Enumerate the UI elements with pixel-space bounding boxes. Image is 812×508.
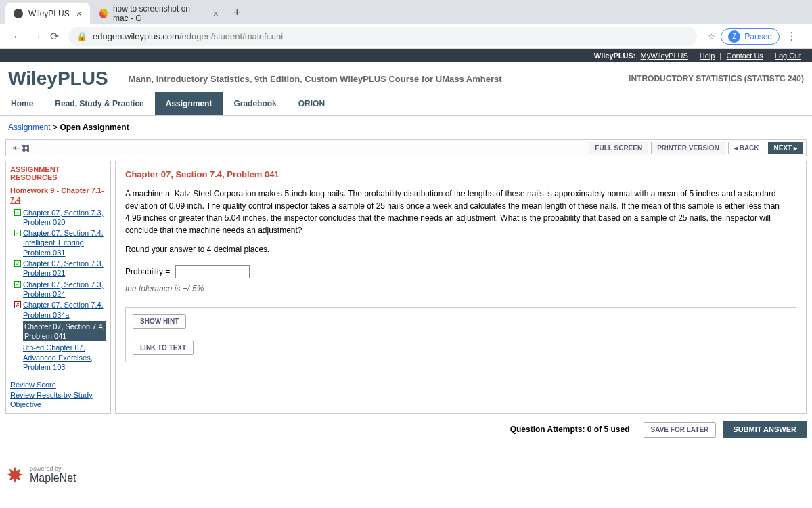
resource-item-current: Chapter 07, Section 7.4, Problem 041 — [14, 321, 106, 342]
resource-link[interactable]: Chapter 07, Section 7.3, Problem 024 — [23, 280, 106, 299]
nav-home[interactable]: Home — [0, 92, 44, 115]
probability-input[interactable] — [175, 265, 250, 278]
profile-badge[interactable]: Z Paused — [721, 28, 780, 45]
maple-leaf-icon — [5, 465, 24, 484]
nav-read[interactable]: Read, Study & Practice — [44, 92, 154, 115]
link-to-text-button[interactable]: LINK TO TEXT — [133, 341, 194, 355]
breadcrumb-link[interactable]: Assignment — [8, 123, 51, 132]
breadcrumb-current: Open Assignment — [60, 123, 129, 132]
attempts-label: Question Attempts: 0 of 5 used — [510, 425, 630, 434]
close-icon[interactable]: × — [76, 8, 82, 19]
bookmark-icon[interactable]: ☆ — [708, 32, 715, 41]
check-icon: ✓ — [14, 260, 21, 267]
menu-icon[interactable]: ⋮ — [786, 30, 797, 43]
problem-title: Chapter 07, Section 7.4, Problem 041 — [125, 169, 796, 179]
nav-assignment[interactable]: Assignment — [155, 92, 223, 115]
nav-orion[interactable]: ORION — [288, 92, 336, 115]
top-link-mywileyplus[interactable]: MyWileyPLUS — [641, 51, 688, 60]
toolbar: ⇤▦ FULL SCREEN PRINTER VERSION ◂ BACK NE… — [5, 139, 807, 156]
resource-item: ✓Chapter 07, Section 7.3, Problem 021 — [14, 259, 106, 278]
content: Chapter 07, Section 7.4, Problem 041 A m… — [115, 161, 807, 414]
resource-link[interactable]: Chapter 07, Section 7.3, Problem 021 — [23, 259, 106, 278]
printer-button[interactable]: PRINTER VERSION — [651, 142, 725, 154]
round-note: Round your answer to 4 decimal places. — [125, 245, 796, 254]
check-icon: ✓ — [14, 230, 21, 236]
tab-title: WileyPLUS — [28, 9, 70, 18]
resource-item: ✗Chapter 07, Section 7.4, Problem 034a — [14, 300, 106, 320]
top-brand: WileyPLUS: — [594, 51, 636, 60]
maplenet-badge: powered by MapleNet — [5, 465, 807, 484]
breadcrumb: Assignment > Open Assignment — [0, 116, 812, 139]
course-code: INTRODUCTORY STATISTICS (STATISTC 240) — [629, 74, 804, 83]
browser-tab-inactive[interactable]: how to screenshot on mac - G × — [91, 3, 227, 24]
resource-link[interactable]: Chapter 07, Section 7.4, Problem 041 — [23, 321, 106, 342]
collapse-icon[interactable]: ⇤▦ — [9, 141, 34, 154]
show-hint-button[interactable]: SHOW HINT — [133, 314, 186, 329]
url-host: edugen.wileyplus.com — [93, 31, 179, 41]
close-icon[interactable]: × — [213, 8, 219, 19]
resource-link[interactable]: Chapter 07, Section 7.3, Problem 020 — [23, 208, 106, 228]
reload-icon[interactable]: ⟳ — [50, 30, 59, 43]
resource-item: ✓Chapter 07, Section 7.4, Intelligent Tu… — [14, 228, 106, 257]
hint-box: SHOW HINT LINK TO TEXT — [125, 307, 796, 362]
powered-by-label: powered by — [30, 465, 76, 472]
resource-item: 8th-ed Chapter 07, Advanced Exercises, P… — [14, 343, 106, 372]
new-tab-button[interactable]: + — [233, 5, 241, 20]
avatar: Z — [728, 30, 740, 43]
sidebar-homework[interactable]: Homework 9 - Chapter 7.1-7.4 — [10, 186, 106, 205]
save-button[interactable]: SAVE FOR LATER — [644, 422, 717, 438]
top-link-help[interactable]: Help — [700, 51, 715, 60]
browser-tabs: WileyPLUS × how to screenshot on mac - G… — [0, 0, 812, 24]
tab-title: how to screenshot on mac - G — [113, 4, 206, 23]
profile-status: Paused — [744, 32, 772, 41]
back-icon[interactable]: ← — [12, 30, 23, 43]
next-button[interactable]: NEXT ▸ — [768, 142, 803, 154]
resource-link[interactable]: Chapter 07, Section 7.4, Problem 034a — [23, 300, 106, 320]
maplenet-name: MapleNet — [30, 472, 76, 484]
sidebar-title: ASSIGNMENT RESOURCES — [10, 165, 106, 182]
answer-label: Probability = — [125, 267, 170, 276]
resource-link[interactable]: 8th-ed Chapter 07, Advanced Exercises, P… — [23, 343, 106, 372]
top-link-logout[interactable]: Log Out — [775, 51, 801, 60]
resource-link[interactable]: Chapter 07, Section 7.4, Intelligent Tut… — [23, 228, 106, 257]
header: WileyPLUS Mann, Introductory Statistics,… — [0, 62, 812, 92]
browser-tab-active[interactable]: WileyPLUS × — [5, 3, 90, 24]
address-bar: ← → ⟳ 🔒 edugen.wileyplus.com/edugen/stud… — [0, 24, 812, 49]
main: ASSIGNMENT RESOURCES Homework 9 - Chapte… — [5, 161, 807, 414]
resource-item: ✓Chapter 07, Section 7.3, Problem 024 — [14, 280, 106, 299]
back-button[interactable]: ◂ BACK — [728, 142, 765, 154]
fullscreen-button[interactable]: FULL SCREEN — [589, 142, 648, 154]
review-score-link[interactable]: Review Score — [10, 380, 106, 389]
logo: WileyPLUS — [8, 68, 108, 89]
check-icon: ✓ — [14, 281, 21, 288]
footer-actions: Question Attempts: 0 of 5 used SAVE FOR … — [5, 421, 807, 438]
tab-favicon — [14, 9, 23, 18]
tolerance-note: the tolerance is +/-5% — [125, 284, 796, 293]
problem-text: A machine at Katz Steel Corporation make… — [125, 188, 796, 236]
nav-gradebook[interactable]: Gradebook — [223, 92, 287, 115]
nav-tabs: Home Read, Study & Practice Assignment G… — [0, 92, 812, 116]
top-links-bar: WileyPLUS: MyWileyPLUS | Help | Contact … — [0, 49, 812, 62]
x-icon: ✗ — [14, 301, 21, 308]
lock-icon: 🔒 — [76, 31, 87, 41]
resource-item: ✓Chapter 07, Section 7.3, Problem 020 — [14, 208, 106, 228]
top-link-contact[interactable]: Contact Us — [726, 51, 763, 60]
forward-icon[interactable]: → — [31, 30, 42, 43]
submit-button[interactable]: SUBMIT ANSWER — [723, 421, 807, 438]
answer-row: Probability = — [125, 265, 796, 278]
sidebar: ASSIGNMENT RESOURCES Homework 9 - Chapte… — [5, 161, 111, 414]
google-icon — [99, 9, 108, 18]
url-path: /edugen/student/mainfr.uni — [179, 31, 283, 41]
course-title: Mann, Introductory Statistics, 9th Editi… — [129, 74, 629, 84]
check-icon: ✓ — [14, 209, 21, 216]
review-results-link[interactable]: Review Results by Study Objective — [10, 390, 106, 410]
url-input[interactable]: 🔒 edugen.wileyplus.com/edugen/student/ma… — [68, 27, 697, 46]
